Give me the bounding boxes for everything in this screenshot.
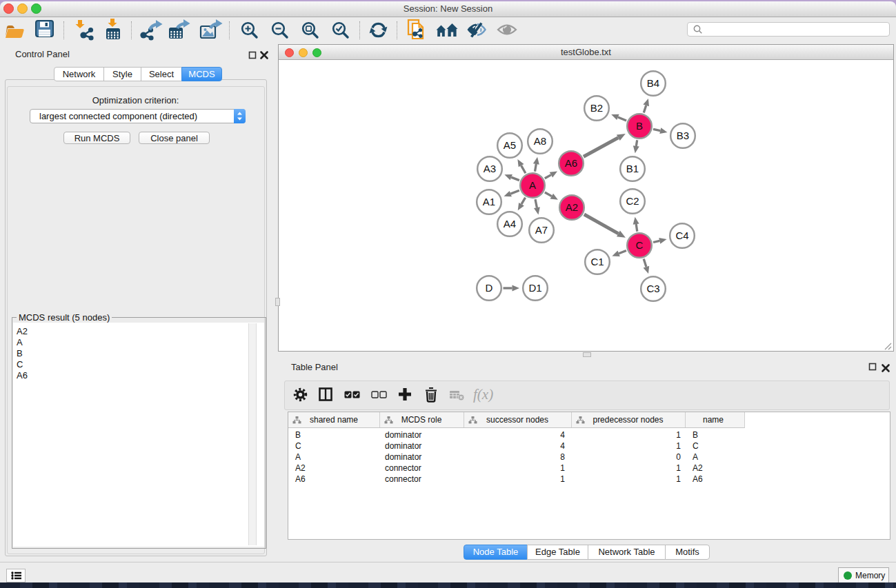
svg-text:A7: A7 xyxy=(535,224,548,236)
svg-text:D: D xyxy=(486,282,493,294)
svg-text:C1: C1 xyxy=(590,256,604,267)
svg-text:C2: C2 xyxy=(626,195,639,207)
svg-text:C: C xyxy=(636,239,644,251)
svg-text:C4: C4 xyxy=(675,230,688,241)
svg-text:A3: A3 xyxy=(484,163,496,174)
svg-text:A8: A8 xyxy=(534,135,546,147)
svg-text:B1: B1 xyxy=(626,163,639,174)
svg-text:B: B xyxy=(636,120,643,132)
svg-text:A5: A5 xyxy=(504,139,516,151)
svg-text:A4: A4 xyxy=(504,218,516,230)
svg-text:B3: B3 xyxy=(677,130,689,141)
svg-text:C3: C3 xyxy=(646,283,659,294)
svg-text:B2: B2 xyxy=(590,102,603,114)
svg-text:A6: A6 xyxy=(565,157,577,169)
svg-text:A2: A2 xyxy=(566,201,578,213)
svg-text:A1: A1 xyxy=(483,196,495,207)
svg-text:A: A xyxy=(529,179,536,191)
svg-text:B4: B4 xyxy=(647,77,659,89)
svg-text:D1: D1 xyxy=(528,282,541,294)
